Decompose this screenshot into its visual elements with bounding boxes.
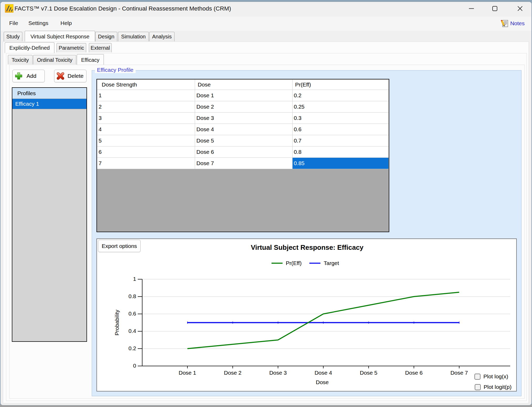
x-tick-label: Dose 2 [217, 370, 248, 376]
table-row: 2Dose 20.25 [97, 101, 389, 113]
plot-logx-label: Plot log(x) [483, 373, 508, 380]
notes-button[interactable]: Notes [500, 19, 525, 28]
table-cell[interactable]: Dose 2 [195, 101, 292, 113]
maximize-button[interactable] [489, 4, 501, 13]
target-legend-label: Target [324, 260, 339, 266]
delete-label: Delete [68, 73, 84, 79]
title-bar: FACTS™ v7.1 Dose Escalation Design - Con… [1, 2, 531, 17]
table-cell[interactable]: 6 [97, 146, 195, 158]
add-label: Add [27, 73, 36, 79]
y-tick-label: 1 [120, 276, 136, 282]
export-options-button[interactable]: Export options [98, 240, 141, 252]
y-tick-label: 0 [120, 363, 136, 369]
app-window: FACTS™ v7.1 Dose Escalation Design - Con… [0, 2, 532, 405]
tab-toxicity[interactable]: Toxicity [8, 55, 33, 64]
profiles-list: Profiles Efficacy 1 [12, 87, 87, 342]
profile-row[interactable]: Efficacy 1 [12, 99, 86, 109]
table-row: 5Dose 50.7 [97, 135, 389, 146]
table-row: 7Dose 70.85 [97, 158, 389, 169]
table-cell[interactable]: Dose 3 [195, 113, 292, 124]
tab-virtual-subject-response[interactable]: Virtual Subject Response [25, 31, 95, 42]
tab-parametric[interactable]: Parametric [57, 43, 86, 52]
tab-efficacy[interactable]: Efficacy [77, 54, 104, 65]
table-cell[interactable]: 0.3 [292, 113, 388, 124]
dose-table-grid[interactable]: Dose StrengthDosePr(Eff)1Dose 10.22Dose … [97, 79, 389, 169]
tab-design[interactable]: Design [95, 32, 117, 41]
tab-analysis[interactable]: Analysis [149, 32, 175, 41]
table-cell[interactable]: 0.2 [292, 90, 388, 101]
preff-line-swatch [272, 263, 283, 264]
x-tick-label: Dose 4 [308, 370, 339, 376]
notes-icon [500, 19, 509, 28]
table-cell[interactable]: 0.7 [292, 135, 388, 146]
tab-external[interactable]: External [89, 43, 112, 52]
plot-logitp-label: Plot logit(p) [484, 384, 511, 390]
efficacy-profile-label: Efficacy Profile [96, 67, 135, 73]
y-axis-label: Probability [114, 310, 120, 335]
maximize-icon [492, 6, 498, 11]
table-cell[interactable]: Dose 5 [195, 135, 292, 146]
delete-icon [56, 72, 65, 80]
notes-label: Notes [510, 20, 525, 27]
x-tick-label: Dose 1 [172, 370, 203, 376]
plot-logx-checkbox[interactable] [474, 374, 480, 380]
profiles-header: Profiles [12, 88, 86, 99]
table-row: 3Dose 30.3 [97, 113, 389, 124]
facts-app-icon [5, 4, 13, 13]
menu-bar: File Settings Help Notes [1, 17, 531, 31]
table-cell[interactable]: 5 [97, 135, 195, 146]
plot-logitp-checkbox[interactable] [475, 384, 481, 390]
table-cell[interactable]: Dose 7 [195, 158, 292, 169]
x-tick-label: Dose 5 [353, 370, 384, 376]
x-tick-label: Dose 3 [262, 370, 294, 376]
plot-logx-row: Plot log(x) [474, 373, 508, 380]
x-tick-label: Dose 6 [398, 370, 430, 376]
series-Pr(Eff) [187, 292, 459, 349]
table-cell[interactable]: Dose 1 [195, 90, 292, 101]
y-tick-label: 0.8 [120, 293, 136, 299]
table-cell[interactable]: 7 [97, 158, 195, 169]
export-options-label: Export options [102, 243, 137, 249]
dose-table: Dose StrengthDosePr(Eff)1Dose 10.22Dose … [96, 79, 389, 232]
y-tick-label: 0.6 [120, 311, 136, 317]
minimize-icon [469, 6, 474, 11]
plot-logitp-row: Plot logit(p) [475, 384, 511, 390]
tab-explicitly-defined[interactable]: Explicitly-Defined [5, 42, 54, 53]
table-cell[interactable]: 0.25 [292, 101, 388, 113]
chart-title: Virtual Subject Response: Efficacy [142, 243, 472, 252]
table-cell[interactable]: 4 [97, 124, 195, 135]
tab-study[interactable]: Study [4, 32, 22, 41]
add-button[interactable]: Add [12, 70, 45, 82]
table-cell[interactable]: Dose 6 [195, 146, 292, 158]
table-cell[interactable]: 1 [97, 90, 195, 101]
table-cell[interactable]: 0.8 [292, 146, 388, 158]
preff-legend-label: Pr(Eff) [286, 260, 301, 266]
y-tick-label: 0.2 [120, 345, 136, 352]
chart-legend: Pr(Eff) Target [140, 260, 470, 266]
close-button[interactable] [514, 4, 526, 13]
menu-settings[interactable]: Settings [28, 20, 48, 26]
menu-file[interactable]: File [9, 20, 18, 26]
tab-simulation[interactable]: Simulation [118, 32, 149, 41]
table-row: 4Dose 40.6 [97, 124, 389, 135]
column-header[interactable]: Pr(Eff) [292, 80, 388, 90]
tab-ordinal-toxicity[interactable]: Ordinal Toxicity [33, 55, 76, 64]
menu-help[interactable]: Help [60, 20, 72, 26]
target-line-swatch [309, 263, 320, 264]
table-header-row: Dose StrengthDosePr(Eff) [97, 80, 389, 90]
x-tick-label: Dose 7 [443, 370, 475, 376]
table-cell[interactable]: 3 [97, 113, 195, 124]
add-icon [14, 72, 23, 80]
table-row: 1Dose 10.2 [97, 90, 389, 101]
table-cell[interactable]: 0.6 [292, 124, 388, 135]
minimize-button[interactable] [465, 4, 477, 13]
table-cell[interactable]: Dose 4 [195, 124, 292, 135]
table-cell[interactable]: 2 [97, 101, 195, 113]
window-title: FACTS™ v7.1 Dose Escalation Design - Con… [14, 5, 231, 12]
column-header[interactable]: Dose [195, 80, 292, 90]
column-header[interactable]: Dose Strength [97, 80, 195, 90]
table-cell[interactable]: 0.85 [292, 158, 388, 169]
table-row: 6Dose 60.8 [97, 146, 389, 158]
close-icon [517, 6, 523, 11]
delete-button[interactable]: Delete [54, 70, 86, 82]
